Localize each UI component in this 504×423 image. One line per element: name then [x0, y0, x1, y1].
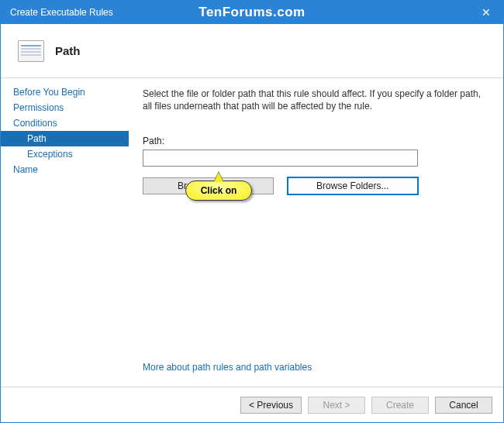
window-title: Create Executable Rules: [10, 7, 113, 18]
previous-button[interactable]: < Previous: [240, 397, 302, 414]
close-icon: ✕: [482, 6, 491, 19]
description-text: Select the file or folder path that this…: [143, 88, 486, 112]
wizard-window: Create Executable Rules TenForums.com ✕ …: [0, 0, 504, 423]
wizard-steps-sidebar: Before You Begin Permissions Conditions …: [1, 78, 129, 387]
watermark-text: TenForums.com: [198, 5, 305, 20]
browse-button-row: Browse Files... Browse Folders...: [143, 177, 418, 194]
page-icon: [18, 40, 44, 62]
more-info-link[interactable]: More about path rules and path variables: [143, 362, 486, 379]
step-path[interactable]: Path: [1, 131, 129, 146]
page-title: Path: [55, 44, 81, 57]
wizard-body: Before You Begin Permissions Conditions …: [1, 78, 503, 387]
wizard-header: Path: [1, 24, 503, 78]
step-permissions[interactable]: Permissions: [1, 100, 129, 115]
wizard-footer: < Previous Next > Create Cancel: [1, 387, 503, 422]
titlebar: Create Executable Rules TenForums.com ✕: [1, 1, 503, 24]
path-label: Path:: [143, 136, 486, 146]
wizard-content: Select the file or folder path that this…: [129, 78, 503, 387]
cancel-button[interactable]: Cancel: [435, 397, 492, 414]
browse-folders-button[interactable]: Browse Folders...: [288, 177, 419, 194]
close-button[interactable]: ✕: [468, 1, 503, 24]
annotation-callout: Click on: [185, 181, 252, 201]
step-before-you-begin[interactable]: Before You Begin: [1, 84, 129, 100]
next-button[interactable]: Next >: [308, 397, 365, 414]
annotation-text: Click on: [201, 185, 237, 196]
path-input[interactable]: [143, 150, 418, 167]
step-exceptions[interactable]: Exceptions: [1, 146, 129, 162]
step-conditions[interactable]: Conditions: [1, 115, 129, 131]
step-name[interactable]: Name: [1, 162, 129, 177]
create-button[interactable]: Create: [371, 397, 429, 414]
